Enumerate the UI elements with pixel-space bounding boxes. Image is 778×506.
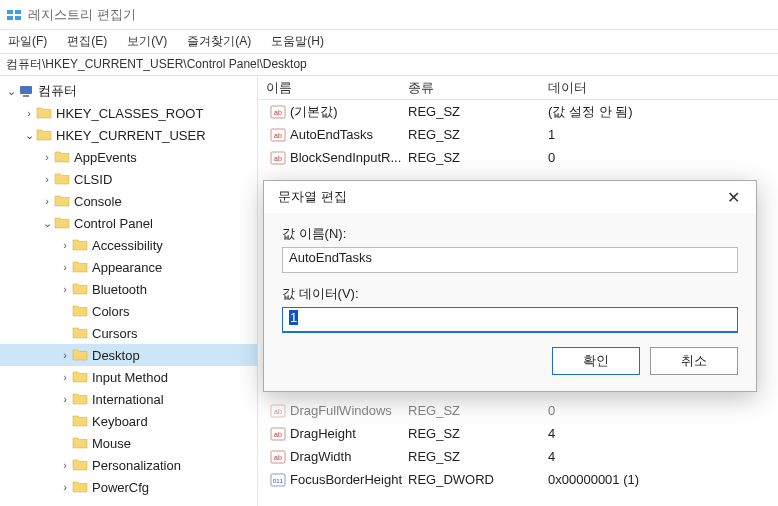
menu-favorites[interactable]: 즐겨찾기(A)	[183, 31, 255, 52]
tree-item-label: HKEY_CLASSES_ROOT	[56, 106, 203, 121]
chevron-right-icon[interactable]: ›	[58, 283, 72, 295]
chevron-right-icon[interactable]: ›	[40, 173, 54, 185]
chevron-right-icon[interactable]: ›	[40, 195, 54, 207]
col-header-type[interactable]: 종류	[408, 79, 548, 97]
tree-item[interactable]: ›HKEY_CLASSES_ROOT	[0, 102, 257, 124]
chevron-down-icon[interactable]: ⌄	[4, 85, 18, 98]
string-value-icon: ab	[270, 449, 286, 465]
tree-item-label: Desktop	[92, 348, 140, 363]
chevron-down-icon[interactable]: ⌄	[40, 217, 54, 230]
svg-text:ab: ab	[274, 408, 282, 415]
tree-item[interactable]: ›PowerCfg	[0, 476, 257, 498]
list-row[interactable]: abDragWidthREG_SZ4	[258, 445, 778, 468]
tree-item[interactable]: ›Personalization	[0, 454, 257, 476]
tree-item[interactable]: ⌄HKEY_CURRENT_USER	[0, 124, 257, 146]
svg-rect-2	[7, 16, 13, 20]
tree-item[interactable]: ›Input Method	[0, 366, 257, 388]
tree-item[interactable]: ›Appearance	[0, 256, 257, 278]
value-name-field[interactable]: AutoEndTasks	[282, 247, 738, 273]
tree-item[interactable]: Colors	[0, 300, 257, 322]
svg-rect-0	[7, 10, 13, 14]
col-header-name[interactable]: 이름	[258, 79, 408, 97]
list-row[interactable]: abDragFullWindowsREG_SZ0	[258, 399, 778, 422]
value-name-cell: abDragWidth	[258, 449, 408, 465]
tree-item[interactable]: ⌄Control Panel	[0, 212, 257, 234]
tree-item-label: Input Method	[92, 370, 168, 385]
tree-item[interactable]: ›Desktop	[0, 344, 257, 366]
chevron-right-icon[interactable]: ›	[22, 107, 36, 119]
close-icon[interactable]: ✕	[721, 188, 746, 207]
chevron-right-icon[interactable]: ›	[58, 459, 72, 471]
string-value-icon: ab	[270, 403, 286, 419]
tree-item[interactable]: ›Console	[0, 190, 257, 212]
value-name-cell: abDragFullWindows	[258, 403, 408, 419]
tree-item-label: Mouse	[92, 436, 131, 451]
dialog-buttons: 확인 취소	[282, 347, 738, 375]
chevron-right-icon[interactable]: ›	[58, 349, 72, 361]
menu-view[interactable]: 보기(V)	[123, 31, 171, 52]
folder-icon	[54, 194, 70, 208]
value-data-cell: 1	[548, 127, 778, 142]
tree-item-label: CLSID	[74, 172, 112, 187]
folder-icon	[72, 304, 88, 318]
tree-item[interactable]: ›International	[0, 388, 257, 410]
list-row[interactable]: 011FocusBorderHeightREG_DWORD0x00000001 …	[258, 468, 778, 491]
tree-item[interactable]: ›Accessibility	[0, 234, 257, 256]
binary-value-icon: 011	[270, 472, 286, 488]
chevron-right-icon[interactable]: ›	[58, 481, 72, 493]
dialog-body: 값 이름(N): AutoEndTasks 값 데이터(V): 1 확인 취소	[264, 213, 756, 391]
string-value-icon: ab	[270, 150, 286, 166]
value-type-cell: REG_SZ	[408, 426, 548, 441]
pc-icon	[18, 84, 34, 98]
tree-item[interactable]: ›CLSID	[0, 168, 257, 190]
value-data-label: 값 데이터(V):	[282, 285, 738, 303]
tree-item[interactable]: Cursors	[0, 322, 257, 344]
tree-item-label: Console	[74, 194, 122, 209]
edit-string-dialog: 문자열 편집 ✕ 값 이름(N): AutoEndTasks 값 데이터(V):…	[263, 180, 757, 392]
menu-file[interactable]: 파일(F)	[4, 31, 51, 52]
menu-edit[interactable]: 편집(E)	[63, 31, 111, 52]
value-type-cell: REG_SZ	[408, 127, 548, 142]
value-data-cell: 0	[548, 150, 778, 165]
list-row[interactable]: abDragHeightREG_SZ4	[258, 422, 778, 445]
tree-item[interactable]: Keyboard	[0, 410, 257, 432]
tree-item[interactable]: ⌄컴퓨터	[0, 80, 257, 102]
col-header-data[interactable]: 데이터	[548, 79, 778, 97]
chevron-right-icon[interactable]: ›	[58, 261, 72, 273]
value-data-field[interactable]: 1	[282, 307, 738, 333]
value-type-cell: REG_SZ	[408, 150, 548, 165]
folder-icon	[36, 128, 52, 142]
tree-item-label: Keyboard	[92, 414, 148, 429]
value-type-cell: REG_SZ	[408, 403, 548, 418]
chevron-down-icon[interactable]: ⌄	[22, 129, 36, 142]
svg-text:011: 011	[273, 478, 284, 484]
value-type-cell: REG_SZ	[408, 449, 548, 464]
chevron-right-icon[interactable]: ›	[40, 151, 54, 163]
tree-item-label: Colors	[92, 304, 130, 319]
folder-icon	[72, 480, 88, 494]
value-name-cell: 011FocusBorderHeight	[258, 472, 408, 488]
value-name-cell: abAutoEndTasks	[258, 127, 408, 143]
ok-button[interactable]: 확인	[552, 347, 640, 375]
list-row[interactable]: abBlockSendInputR...REG_SZ0	[258, 146, 778, 169]
chevron-right-icon[interactable]: ›	[58, 371, 72, 383]
svg-text:ab: ab	[274, 109, 282, 116]
menu-help[interactable]: 도움말(H)	[267, 31, 328, 52]
tree-item[interactable]: Mouse	[0, 432, 257, 454]
list-row[interactable]: ab(기본값)REG_SZ(값 설정 안 됨)	[258, 100, 778, 123]
cancel-button[interactable]: 취소	[650, 347, 738, 375]
titlebar: 레지스트리 편집기	[0, 0, 778, 30]
chevron-right-icon[interactable]: ›	[58, 393, 72, 405]
list-row[interactable]: abAutoEndTasksREG_SZ1	[258, 123, 778, 146]
value-type-cell: REG_DWORD	[408, 472, 548, 487]
value-data-cell: 0	[548, 403, 778, 418]
tree-pane[interactable]: ⌄컴퓨터›HKEY_CLASSES_ROOT⌄HKEY_CURRENT_USER…	[0, 76, 258, 506]
value-data-cell: 4	[548, 426, 778, 441]
chevron-right-icon[interactable]: ›	[58, 239, 72, 251]
value-name-cell: ab(기본값)	[258, 103, 408, 121]
tree-item[interactable]: ›AppEvents	[0, 146, 257, 168]
dialog-titlebar[interactable]: 문자열 편집 ✕	[264, 181, 756, 213]
addressbar[interactable]: 컴퓨터\HKEY_CURRENT_USER\Control Panel\Desk…	[0, 54, 778, 76]
string-value-icon: ab	[270, 104, 286, 120]
tree-item[interactable]: ›Bluetooth	[0, 278, 257, 300]
